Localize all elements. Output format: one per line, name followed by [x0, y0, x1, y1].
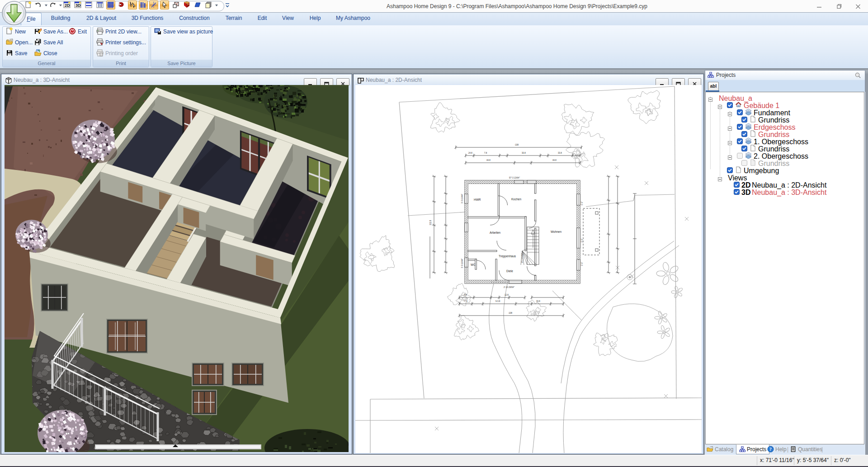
svg-text:202.8: 202.8 — [429, 220, 432, 225]
svg-text:9-3.8: 9-3.8 — [495, 300, 500, 302]
svg-text:Diele: Diele — [506, 269, 513, 273]
svg-text:?: ? — [769, 447, 772, 452]
svg-text:7.8: 7.8 — [484, 152, 487, 154]
svg-text:4'-1 13/32": 4'-1 13/32" — [521, 253, 524, 263]
svg-text:12.8: 12.8 — [505, 294, 509, 296]
svg-text:33.8: 33.8 — [558, 152, 562, 154]
svg-text:-108: -108 — [514, 144, 519, 146]
svg-text:3D: 3D — [75, 3, 81, 8]
svg-text:Kochen: Kochen — [511, 198, 521, 201]
svg-text:7.8: 7.8 — [464, 294, 467, 296]
svg-text:Wohnen: Wohnen — [551, 230, 561, 233]
svg-text:-108: -108 — [508, 312, 513, 314]
svg-text:57'-3 13/64": 57'-3 13/64" — [509, 177, 520, 179]
svg-text:44.8: 44.8 — [486, 159, 491, 161]
svg-text:3'-3 13/64": 3'-3 13/64" — [461, 193, 463, 203]
svg-text:2D: 2D — [65, 3, 70, 8]
svg-text:HWR: HWR — [474, 198, 481, 201]
svg-text:0'-0": 0'-0" — [581, 201, 583, 205]
svg-text:Treppenhaus: Treppenhaus — [499, 255, 516, 258]
svg-text:Arbeiten: Arbeiten — [490, 231, 501, 234]
svg-text:44.8: 44.8 — [552, 159, 557, 161]
svg-text:24.8: 24.8 — [468, 152, 472, 154]
svg-text:0'-0": 0'-0" — [581, 262, 583, 266]
svg-text:33.8: 33.8 — [536, 300, 540, 302]
svg-text:-7.8: -7.8 — [464, 300, 467, 302]
svg-text:30.8: 30.8 — [522, 152, 526, 154]
svg-text:WC: WC — [471, 263, 476, 266]
svg-text:3'-3 13/64": 3'-3 13/64" — [461, 258, 463, 268]
svg-text:2'-10 29/64": 2'-10 29/64" — [504, 286, 514, 288]
svg-text:0'-0": 0'-0" — [581, 238, 583, 242]
